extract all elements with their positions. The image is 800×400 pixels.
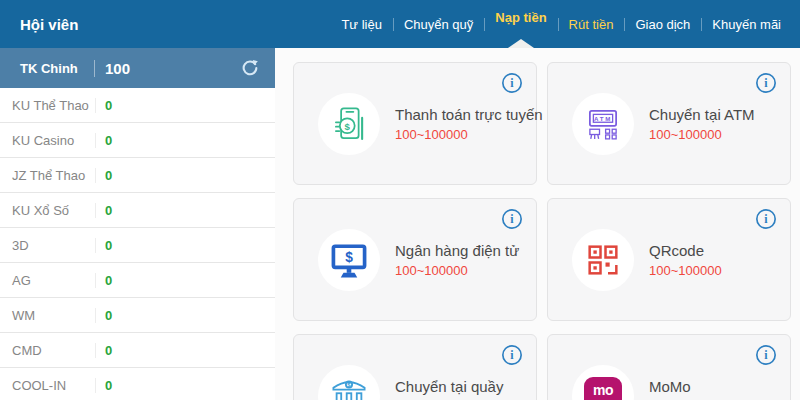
- info-icon[interactable]: i: [755, 344, 777, 366]
- deposit-method-momo[interactable]: i mo mo MoMo 100~10000: [547, 334, 791, 400]
- account-row: KU Thể Thao 0: [0, 88, 275, 123]
- main-account-row: TK Chinh 100: [0, 48, 275, 88]
- nav-tab-nap-tien[interactable]: Nạp tiền: [484, 0, 557, 48]
- info-icon[interactable]: i: [755, 72, 777, 94]
- account-sidebar: TK Chinh 100 KU Thể Thao 0 KU Casino 0: [0, 48, 275, 400]
- page-title: Hội viên: [20, 16, 78, 33]
- top-nav: Tư liệu Chuyển quỹ Nạp tiền Rút tiền Gia…: [330, 0, 800, 48]
- info-icon[interactable]: i: [501, 72, 523, 94]
- account-row: 3D 0: [0, 228, 275, 263]
- account-label: WM: [12, 308, 95, 323]
- header: Hội viên Tư liệu Chuyển quỹ Nạp tiền Rút…: [0, 0, 800, 48]
- e-banking-monitor-icon: $: [318, 229, 380, 291]
- account-balance: 0: [95, 203, 112, 218]
- member-page: Hội viên Tư liệu Chuyển quỹ Nạp tiền Rút…: [0, 0, 800, 400]
- divider: [94, 60, 95, 77]
- svg-text:i: i: [510, 212, 514, 226]
- main-account-label: TK Chinh: [20, 61, 94, 76]
- account-balance: 0: [95, 238, 112, 253]
- nav-tab-chuyen-quy[interactable]: Chuyển quỹ: [393, 0, 484, 48]
- momo-icon: mo mo: [572, 365, 634, 400]
- content: TK Chinh 100 KU Thể Thao 0 KU Casino 0: [0, 48, 800, 400]
- account-label: KU Xổ Số: [12, 203, 95, 218]
- account-label: JZ Thể Thao: [12, 168, 95, 183]
- account-label: 3D: [12, 238, 95, 253]
- info-icon[interactable]: i: [501, 208, 523, 230]
- account-balance: 0: [95, 168, 112, 183]
- deposit-method-grid: i $: [293, 62, 791, 400]
- account-balance: 0: [95, 378, 112, 393]
- account-label: KU Thể Thao: [12, 98, 95, 113]
- deposit-method-title: Chuyển tại ATM: [649, 106, 755, 123]
- deposit-methods-panel: i $: [275, 48, 800, 400]
- account-row: AG 0: [0, 263, 275, 298]
- account-label: KU Casino: [12, 133, 95, 148]
- nav-tab-label: Khuyến mãi: [712, 17, 781, 32]
- account-row: JZ Thể Thao 0: [0, 158, 275, 193]
- nav-tab-label: Nạp tiền: [495, 10, 546, 25]
- deposit-method-title: Chuyển tại quầy: [395, 378, 503, 395]
- main-account-balance: 100: [105, 60, 130, 77]
- deposit-method-qrcode[interactable]: i: [547, 198, 791, 321]
- account-label: AG: [12, 273, 95, 288]
- account-balance: 0: [95, 273, 112, 288]
- nav-tab-rut-tien[interactable]: Rút tiền: [558, 0, 625, 48]
- nav-tab-tu-lieu[interactable]: Tư liệu: [330, 0, 393, 48]
- account-row: CMD 0: [0, 333, 275, 368]
- refresh-balance-button[interactable]: [237, 55, 263, 81]
- deposit-method-limit: 100~100000: [649, 263, 722, 278]
- info-icon[interactable]: i: [755, 208, 777, 230]
- svg-text:$: $: [345, 120, 351, 131]
- svg-text:i: i: [510, 76, 514, 90]
- nav-tab-khuyen-mai[interactable]: Khuyến mãi: [701, 0, 792, 48]
- account-row: KU Casino 0: [0, 123, 275, 158]
- deposit-method-online-payment[interactable]: i $: [293, 62, 537, 185]
- account-balance: 0: [95, 98, 112, 113]
- svg-text:$: $: [345, 250, 353, 265]
- svg-text:i: i: [764, 76, 768, 90]
- nav-tab-label: Giao dịch: [635, 17, 690, 32]
- refresh-icon: [240, 58, 260, 78]
- info-icon[interactable]: i: [501, 344, 523, 366]
- atm-icon: ATM: [572, 93, 634, 155]
- nav-tab-label: Chuyển quỹ: [404, 17, 473, 32]
- svg-text:mo: mo: [593, 396, 613, 400]
- account-label: CMD: [12, 343, 95, 358]
- deposit-method-title: MoMo: [649, 378, 714, 395]
- active-tab-pointer-icon: [508, 39, 534, 48]
- svg-text:i: i: [764, 348, 768, 362]
- deposit-method-title: Thanh toán trực tuyến: [395, 106, 543, 123]
- account-balance: 0: [95, 308, 112, 323]
- account-balance: 0: [95, 343, 112, 358]
- account-balance: 0: [95, 133, 112, 148]
- bank-counter-icon: $: [318, 365, 380, 400]
- deposit-method-limit: 100~100000: [649, 127, 755, 142]
- online-payment-phone-icon: $: [318, 93, 380, 155]
- account-row: COOL-IN 0: [0, 368, 275, 400]
- deposit-method-counter-transfer[interactable]: i $: [293, 334, 537, 400]
- account-row: KU Xổ Số 0: [0, 193, 275, 228]
- svg-text:i: i: [764, 212, 768, 226]
- deposit-method-ebanking[interactable]: i $ Ngân hàng điện tử 100~100000: [293, 198, 537, 321]
- nav-tab-label: Rút tiền: [569, 17, 614, 32]
- deposit-method-limit: 100~100000: [395, 263, 519, 278]
- account-row: WM 0: [0, 298, 275, 333]
- account-label: COOL-IN: [12, 378, 95, 393]
- deposit-method-atm-transfer[interactable]: i ATM: [547, 62, 791, 185]
- nav-tab-giao-dich[interactable]: Giao dịch: [624, 0, 701, 48]
- nav-tab-label: Tư liệu: [341, 17, 382, 32]
- deposit-method-title: Ngân hàng điện tử: [395, 242, 519, 259]
- svg-text:ATM: ATM: [594, 115, 612, 122]
- qrcode-icon: [572, 229, 634, 291]
- deposit-method-limit: 100~100000: [395, 127, 543, 142]
- svg-text:i: i: [510, 348, 514, 362]
- deposit-method-title: QRcode: [649, 242, 722, 259]
